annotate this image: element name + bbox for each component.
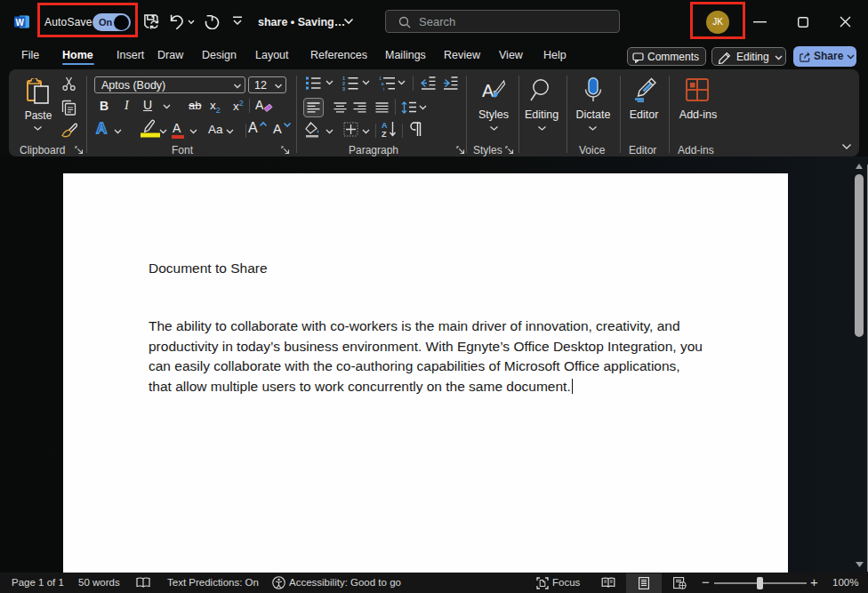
svg-text:A: A — [255, 98, 264, 112]
svg-text:i: i — [383, 86, 384, 91]
svg-text:A: A — [482, 81, 494, 100]
svg-text:W: W — [15, 18, 24, 28]
svg-text:A: A — [382, 121, 388, 130]
svg-text:Z: Z — [382, 130, 387, 138]
svg-text:3: 3 — [342, 86, 345, 91]
